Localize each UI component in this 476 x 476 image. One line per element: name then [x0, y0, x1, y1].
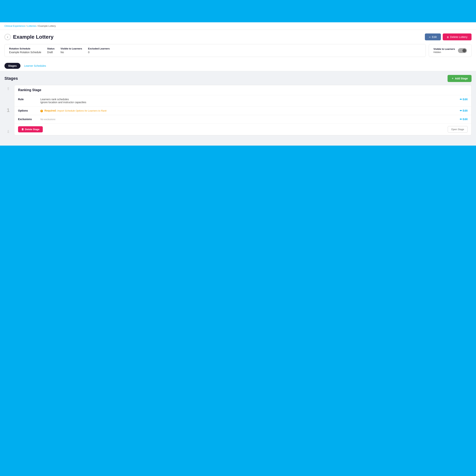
exclusions-action: ✏ Edit [456, 115, 471, 123]
tab-learner-schedules[interactable]: Learner Schedules [23, 63, 47, 69]
options-value: ! Required: Import Schedule Options for … [37, 106, 456, 115]
options-label: Options [14, 106, 37, 115]
plus-icon: ＋ [451, 77, 454, 80]
breadcrumb-current: Example Lottery [38, 25, 56, 27]
toggle-sub: Hidden [433, 51, 455, 53]
toggle-card: Visible to Learners Hidden [429, 44, 472, 57]
options-edit-button[interactable]: ✏ Edit [460, 109, 468, 112]
breadcrumb-clinical[interactable]: Clinical Experience [4, 25, 25, 27]
rule-edit-label: Edit [463, 98, 468, 101]
main-white-area: Clinical Experience / Lotteries / Exampl… [0, 22, 476, 146]
header-actions: Edit Delete Lottery [425, 34, 472, 40]
rule-value: Learners rank schedules Ignore location … [37, 95, 456, 106]
top-banner [0, 0, 476, 22]
rule-line1: Learners rank schedules [40, 98, 452, 101]
toggle-thumb [462, 49, 466, 52]
table-row: Options ! Required: Import Schedule Opti… [14, 106, 471, 115]
pencil-icon-rule: ✏ [460, 98, 462, 101]
add-stage-button[interactable]: ＋ Add Stage [448, 75, 472, 82]
rotation-schedule-label: Rotation Schedule [9, 47, 41, 50]
table-row: Exclusions No exclusions ✏ Edit [14, 115, 471, 123]
toggle-track [458, 48, 467, 53]
visible-toggle[interactable] [458, 48, 467, 53]
info-cards-row: Rotation Schedule Example Rotation Sched… [0, 44, 476, 61]
edit-button[interactable]: Edit [425, 34, 441, 40]
excluded-label: Excluded Learners [88, 47, 110, 50]
exclusions-value: No exclusions [37, 115, 456, 123]
tab-stages[interactable]: Stages [4, 63, 20, 69]
field-status: Status Draft [47, 47, 55, 54]
no-exclusions-text: No exclusions [40, 118, 55, 121]
exclusions-label: Exclusions [14, 115, 37, 123]
stages-section: Stages ＋ Add Stage ⇧ 1 ⇩ Ranking Stage [0, 71, 476, 146]
trash-icon [447, 35, 449, 38]
status-value: Draft [47, 51, 55, 54]
page-title: Example Lottery [13, 34, 53, 40]
rule-edit-button[interactable]: ✏ Edit [460, 98, 468, 101]
field-excluded: Excluded Learners 0 [88, 47, 110, 54]
stage-table: Rule Learners rank schedules Ignore loca… [14, 95, 471, 123]
field-rotation-schedule: Rotation Schedule Example Rotation Sched… [9, 47, 41, 54]
excluded-value: 0 [88, 51, 110, 54]
exclusions-edit-label: Edit [463, 118, 468, 121]
stage-card-title: Ranking Stage [18, 88, 41, 92]
trash-icon-stage: 🗑 [21, 128, 24, 131]
visible-value: No [61, 51, 82, 54]
rule-action: ✏ Edit [456, 95, 471, 106]
rotation-schedule-value: Example Rotation Schedule [9, 51, 41, 54]
stage-number: 1 [7, 107, 10, 113]
options-edit-label: Edit [463, 109, 468, 112]
stage-card-wrapper: ⇧ 1 ⇩ Ranking Stage Rule Learners rank s… [4, 85, 472, 135]
add-stage-label: Add Stage [455, 77, 468, 80]
breadcrumb: Clinical Experience / Lotteries / Exampl… [0, 22, 476, 30]
options-action: ✏ Edit [456, 106, 471, 115]
pencil-icon [429, 35, 431, 38]
toggle-label-block: Visible to Learners Hidden [433, 48, 455, 53]
stage-card-footer: 🗑 Delete Stage Open Stage [14, 123, 471, 135]
open-stage-button[interactable]: Open Stage [448, 126, 468, 133]
delete-lottery-button[interactable]: Delete Lottery [443, 34, 472, 40]
back-button[interactable]: ‹ [4, 34, 11, 40]
warning-icon: ! [40, 110, 43, 112]
pencil-icon-exclusions: ✏ [460, 118, 462, 121]
page-header: ‹ Example Lottery Edit Delete Lottery [0, 30, 476, 44]
rule-label: Rule [14, 95, 37, 106]
breadcrumb-lotteries[interactable]: Lotteries [27, 25, 36, 27]
open-stage-label: Open Stage [451, 128, 464, 131]
delete-stage-label: Delete Stage [25, 128, 39, 131]
stages-header: Stages ＋ Add Stage [4, 75, 472, 82]
field-visible: Visible to Learners No [61, 47, 82, 54]
visible-label: Visible to Learners [61, 47, 82, 50]
status-label: Status [47, 47, 55, 50]
table-row: Rule Learners rank schedules Ignore loca… [14, 95, 471, 106]
header-left: ‹ Example Lottery [4, 34, 53, 40]
stage-order-col: ⇧ 1 ⇩ [4, 85, 12, 135]
toggle-label: Visible to Learners [433, 48, 455, 51]
arrow-down-icon[interactable]: ⇩ [7, 129, 10, 134]
exclusions-edit-button[interactable]: ✏ Edit [460, 118, 468, 121]
stages-title: Stages [4, 76, 18, 81]
delete-stage-button[interactable]: 🗑 Delete Stage [18, 126, 43, 132]
info-card-main: Rotation Schedule Example Rotation Sched… [4, 44, 426, 57]
required-text: Import Schedule Options for Learners to … [57, 109, 106, 112]
arrow-up-icon[interactable]: ⇧ [7, 86, 10, 91]
stage-card-header: Ranking Stage [14, 85, 471, 95]
rule-line2: Ignore location and instructor capacitie… [40, 101, 452, 104]
tabs-row: Stages Learner Schedules [0, 61, 476, 71]
pencil-icon-options: ✏ [460, 109, 462, 112]
required-label: Required: [44, 109, 56, 112]
bottom-banner [0, 146, 476, 183]
stage-card-0: Ranking Stage Rule Learners rank schedul… [14, 85, 472, 135]
